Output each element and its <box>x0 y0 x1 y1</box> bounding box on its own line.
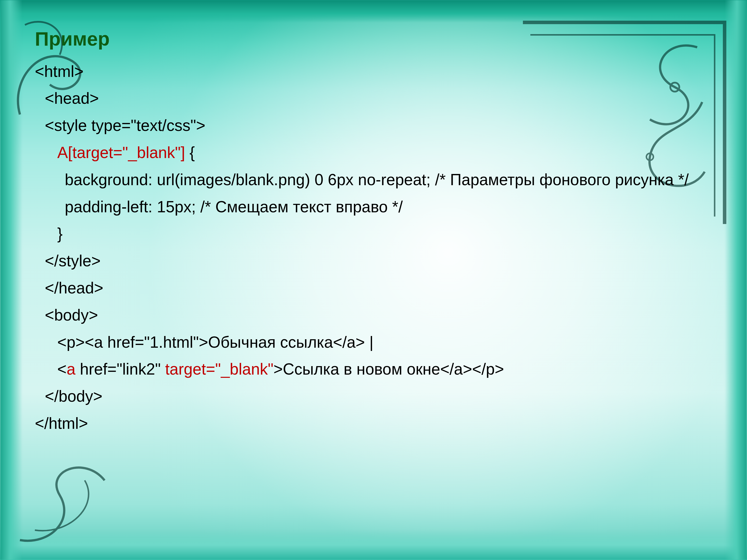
css-selector: A[target="_blank"] <box>57 143 185 162</box>
code-text: < <box>57 360 67 378</box>
code-line: <style type="text/css"> <box>35 112 712 139</box>
code-line: padding-left: 15px; /* Смещаем текст впр… <box>35 193 712 220</box>
tag-name: a <box>67 360 75 378</box>
code-example: <html> <head> <style type="text/css"> A[… <box>35 58 712 437</box>
code-line: <html> <box>35 58 712 85</box>
code-line: <body> <box>35 302 712 329</box>
code-line: } <box>35 220 712 247</box>
html-attribute: target="_blank" <box>165 360 274 378</box>
code-text: background: url(images/blank.png) 0 6px … <box>65 171 689 189</box>
code-text: { <box>185 143 195 162</box>
code-line: <p><a href="1.html">Обычная ссылка</a> | <box>35 329 712 356</box>
code-line: </html> <box>35 410 712 437</box>
slide-title: Пример <box>35 22 712 55</box>
code-text: >Ссылка в новом окне</a></p> <box>274 360 504 378</box>
code-line: <a href="link2" target="_blank">Ссылка в… <box>35 356 712 383</box>
code-line: background: url(images/blank.png) 0 6px … <box>35 166 712 193</box>
code-line: </head> <box>35 274 712 302</box>
code-line: </style> <box>35 247 712 274</box>
code-line: <head> <box>35 85 712 112</box>
code-text: href="link2" <box>75 360 165 378</box>
slide: Пример <html> <head> <style type="text/c… <box>0 0 747 560</box>
code-line: A[target="_blank"] { <box>35 139 712 166</box>
code-line: </body> <box>35 383 712 410</box>
slide-content: Пример <html> <head> <style type="text/c… <box>35 22 712 437</box>
